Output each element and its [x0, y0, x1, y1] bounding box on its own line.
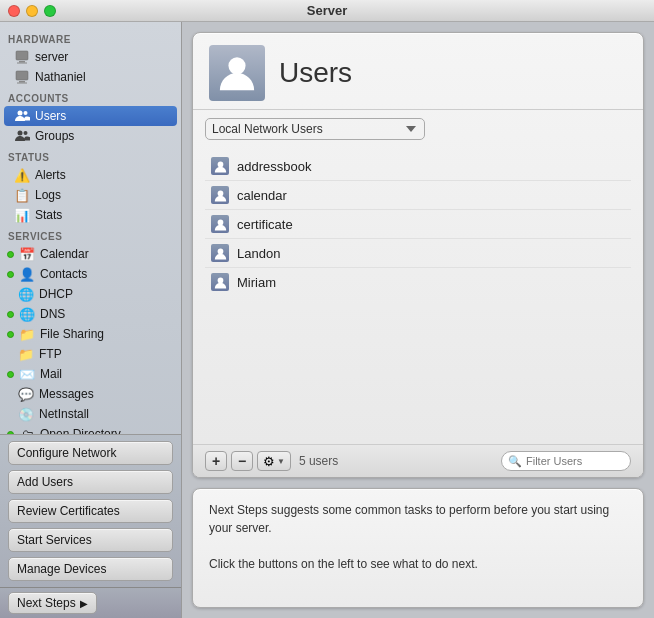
svg-rect-4: [19, 81, 25, 83]
filter-search-icon: 🔍: [508, 455, 522, 468]
sidebar-item-dns-label: DNS: [40, 307, 65, 321]
user-row-landon[interactable]: Landon: [205, 239, 631, 268]
logs-icon: 📋: [14, 187, 30, 203]
users-panel-title: Users: [279, 57, 352, 89]
svg-point-6: [18, 111, 23, 116]
sidebar-item-ftp-label: FTP: [39, 347, 62, 361]
sidebar-item-netinstall[interactable]: 💿 NetInstall: [0, 404, 181, 424]
sidebar-item-contacts-label: Contacts: [40, 267, 87, 281]
user-icon-certificate: [211, 215, 229, 233]
server-icon: [14, 49, 30, 65]
main-content: Users Local Network Users All Users Loca…: [182, 22, 654, 618]
filesharing-icon: 📁: [19, 326, 35, 342]
netinstall-icon: 💿: [18, 406, 34, 422]
svg-point-11: [217, 162, 223, 168]
sidebar-item-mail[interactable]: ✉️ Mail: [0, 364, 181, 384]
nextsteps-line1: Next Steps suggests some common tasks to…: [209, 501, 627, 537]
svg-rect-1: [19, 61, 25, 63]
sidebar-item-alerts[interactable]: ⚠️ Alerts: [0, 165, 181, 185]
sidebar-item-nathaniel[interactable]: Nathaniel: [0, 67, 181, 87]
users-avatar-large: [209, 45, 265, 101]
users-icon: [14, 108, 30, 124]
maximize-button[interactable]: [44, 5, 56, 17]
app-body: HARDWARE server: [0, 22, 654, 618]
user-name-miriam: Miriam: [237, 275, 276, 290]
gear-icon: ⚙: [263, 454, 275, 469]
sidebar-item-filesharing[interactable]: 📁 File Sharing: [0, 324, 181, 344]
user-row-addressbook[interactable]: addressbook: [205, 152, 631, 181]
svg-point-9: [24, 131, 28, 135]
minimize-button[interactable]: [26, 5, 38, 17]
gear-chevron-icon: ▼: [277, 457, 285, 466]
services-section-label: SERVICES: [0, 225, 181, 244]
add-user-button[interactable]: +: [205, 451, 227, 471]
sidebar-item-messages[interactable]: 💬 Messages: [0, 384, 181, 404]
sidebar-item-nathaniel-label: Nathaniel: [35, 70, 86, 84]
titlebar: Server: [0, 0, 654, 22]
sidebar-item-stats[interactable]: 📊 Stats: [0, 205, 181, 225]
sidebar: HARDWARE server: [0, 22, 182, 618]
sidebar-item-users[interactable]: Users: [4, 106, 177, 126]
user-row-calendar[interactable]: calendar: [205, 181, 631, 210]
next-steps-arrow-icon: ▶: [80, 598, 88, 609]
sidebar-item-dhcp-label: DHCP: [39, 287, 73, 301]
dhcp-icon: 🌐: [18, 286, 34, 302]
svg-rect-2: [17, 63, 27, 64]
sidebar-item-calendar-label: Calendar: [40, 247, 89, 261]
contacts-icon: 👤: [19, 266, 35, 282]
sidebar-item-netinstall-label: NetInstall: [39, 407, 89, 421]
contacts-status-dot: [6, 270, 14, 278]
nathaniel-icon: [14, 69, 30, 85]
sidebar-item-groups[interactable]: Groups: [0, 126, 181, 146]
filter-wrapper: 🔍: [501, 451, 631, 471]
sidebar-item-server[interactable]: server: [0, 47, 181, 67]
sidebar-item-ftp[interactable]: 📁 FTP: [0, 344, 181, 364]
sidebar-item-dhcp[interactable]: 🌐 DHCP: [0, 284, 181, 304]
user-row-certificate[interactable]: certificate: [205, 210, 631, 239]
sidebar-item-opendirectory[interactable]: 🗂 Open Directory: [0, 424, 181, 434]
mail-icon: ✉️: [19, 366, 35, 382]
users-toolbar: + − ⚙ ▼ 5 users 🔍: [193, 444, 643, 477]
sidebar-item-alerts-label: Alerts: [35, 168, 66, 182]
users-panel: Users Local Network Users All Users Loca…: [192, 32, 644, 478]
svg-rect-3: [16, 71, 28, 80]
status-section-label: STATUS: [0, 146, 181, 165]
users-filter-dropdown[interactable]: Local Network Users All Users Local User…: [205, 118, 425, 140]
svg-point-7: [24, 111, 28, 115]
svg-point-12: [217, 191, 223, 197]
mail-status-dot: [6, 370, 14, 378]
manage-devices-button[interactable]: Manage Devices: [8, 557, 173, 581]
start-services-button[interactable]: Start Services: [8, 528, 173, 552]
gear-button[interactable]: ⚙ ▼: [257, 451, 291, 471]
close-button[interactable]: [8, 5, 20, 17]
calendar-status-dot: [6, 250, 14, 258]
filesharing-status-dot: [6, 330, 14, 338]
sidebar-item-opendirectory-label: Open Directory: [40, 427, 121, 434]
accounts-section-label: ACCOUNTS: [0, 87, 181, 106]
next-steps-button[interactable]: Next Steps ▶: [8, 592, 97, 614]
sidebar-item-logs[interactable]: 📋 Logs: [0, 185, 181, 205]
sidebar-item-contacts[interactable]: 👤 Contacts: [0, 264, 181, 284]
dns-status-dot: [6, 310, 14, 318]
ftp-icon: 📁: [18, 346, 34, 362]
svg-point-14: [217, 249, 223, 255]
sidebar-item-calendar[interactable]: 📅 Calendar: [0, 244, 181, 264]
user-name-addressbook: addressbook: [237, 159, 311, 174]
users-controls: Local Network Users All Users Local User…: [193, 110, 643, 148]
user-row-miriam[interactable]: Miriam: [205, 268, 631, 296]
sidebar-item-messages-label: Messages: [39, 387, 94, 401]
messages-icon: 💬: [18, 386, 34, 402]
add-users-button[interactable]: Add Users: [8, 470, 173, 494]
remove-user-button[interactable]: −: [231, 451, 253, 471]
next-steps-label: Next Steps: [17, 596, 76, 610]
svg-point-13: [217, 220, 223, 226]
user-name-calendar: calendar: [237, 188, 287, 203]
alerts-icon: ⚠️: [14, 167, 30, 183]
sidebar-item-dns[interactable]: 🌐 DNS: [0, 304, 181, 324]
sidebar-item-groups-label: Groups: [35, 129, 74, 143]
user-icon-calendar: [211, 186, 229, 204]
user-icon-landon: [211, 244, 229, 262]
configure-network-button[interactable]: Configure Network: [8, 441, 173, 465]
review-certificates-button[interactable]: Review Certificates: [8, 499, 173, 523]
sidebar-item-users-label: Users: [35, 109, 66, 123]
